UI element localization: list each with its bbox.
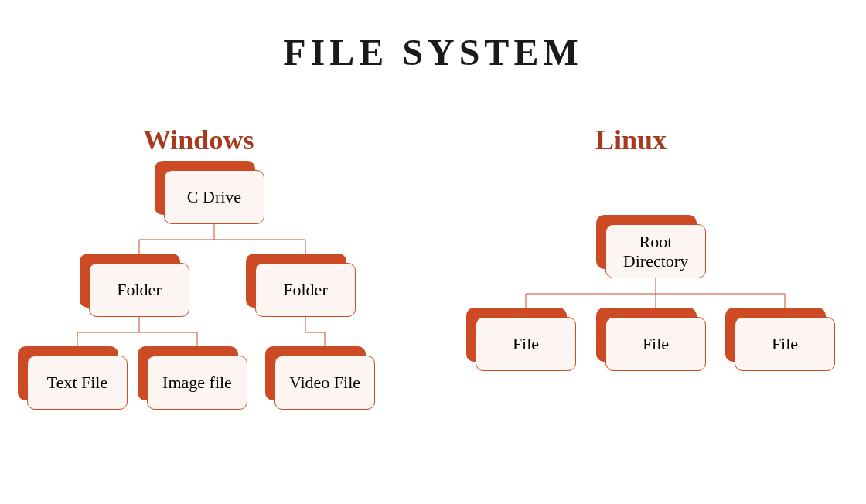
connector-lines: [0, 0, 866, 504]
windows-folder-label: Folder: [89, 263, 189, 317]
windows-leaf-label: Image file: [147, 356, 247, 410]
windows-folder-node: Folder: [255, 263, 356, 317]
windows-folder-node: Folder: [89, 263, 189, 317]
linux-root-label: Root Directory: [605, 224, 706, 278]
page-title: FILE SYSTEM: [0, 31, 866, 73]
windows-root-label: C Drive: [164, 170, 264, 224]
windows-folder-label: Folder: [255, 263, 356, 317]
windows-leaf-node: Image file: [147, 356, 247, 410]
windows-leaf-label: Text File: [27, 356, 128, 410]
linux-leaf-label: File: [735, 317, 835, 371]
linux-root-node: Root Directory: [605, 224, 706, 278]
windows-leaf-label: Video File: [274, 356, 375, 410]
windows-heading: Windows: [143, 124, 254, 156]
linux-heading: Linux: [595, 124, 667, 156]
windows-root-node: C Drive: [164, 170, 264, 224]
linux-leaf-label: File: [476, 317, 576, 371]
windows-leaf-node: Video File: [274, 356, 375, 410]
linux-leaf-node: File: [476, 317, 576, 371]
linux-leaf-node: File: [605, 317, 706, 371]
linux-leaf-label: File: [605, 317, 706, 371]
linux-leaf-node: File: [735, 317, 835, 371]
windows-leaf-node: Text File: [27, 356, 128, 410]
